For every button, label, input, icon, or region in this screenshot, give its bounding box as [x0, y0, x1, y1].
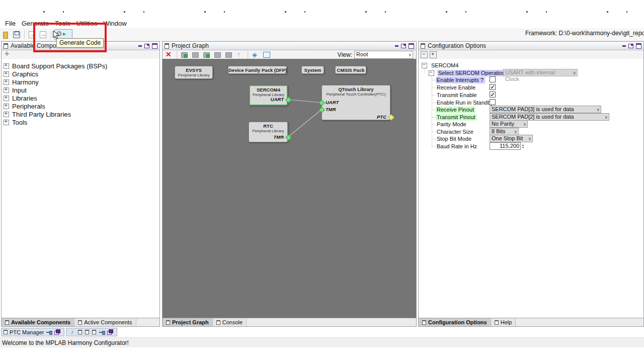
float-icon[interactable]	[401, 44, 406, 48]
maximize-icon[interactable]	[636, 43, 641, 49]
menu-item-file[interactable]: File	[2, 20, 19, 27]
node-subtitle: Peripheral Touch Controller(PTC)	[322, 92, 390, 97]
maximize-icon[interactable]	[152, 43, 157, 49]
spinner-buttons[interactable]: ▲▼	[521, 142, 525, 150]
expand-icon[interactable]	[4, 63, 9, 69]
open-icon[interactable]	[1, 30, 10, 39]
float-icon[interactable]	[144, 44, 149, 48]
tree-item[interactable]: Peripherals	[4, 102, 45, 110]
minimize-icon[interactable]	[395, 45, 398, 47]
view-dropdown[interactable]: Root ∨	[354, 51, 413, 59]
tree-item-label: Board Support Packages (BSPs)	[12, 62, 107, 70]
expand-all-icon[interactable]	[430, 51, 437, 58]
window-icon[interactable]	[85, 330, 89, 334]
tree-item[interactable]: Harmony	[4, 78, 39, 86]
graph-node-system[interactable]: System	[301, 66, 324, 74]
config-checkbox[interactable]	[490, 76, 496, 82]
window-icon[interactable]	[92, 330, 96, 334]
framework-path-label: Framework: D:\0-work\harmony-dev\git_rep…	[525, 30, 644, 37]
graph-node-sercom4[interactable]: SERCOM4Peripheral Library	[249, 85, 288, 106]
tree-item[interactable]: Graphics	[4, 70, 38, 78]
import-code-icon[interactable]	[28, 30, 37, 39]
mouse-cursor	[53, 30, 60, 40]
maximize-icon[interactable]	[409, 43, 414, 49]
project-graph-panel: Project Graph View: Root ∨ EVSYSPeripher…	[162, 41, 417, 327]
window-icon	[4, 330, 8, 334]
add-component-icon[interactable]	[4, 50, 13, 59]
minimize-icon[interactable]	[622, 45, 626, 47]
tab-label: Configuration Options	[428, 319, 487, 325]
paste-node-icon[interactable]	[202, 50, 211, 59]
panel-title: Configuration Options	[428, 42, 620, 49]
toolbar-separator	[51, 31, 51, 39]
tab-active-components[interactable]: Active Components	[74, 318, 136, 326]
tree-item[interactable]: Tools	[4, 118, 27, 126]
config-checkbox[interactable]: ✓	[490, 92, 496, 98]
graph-node-dfp[interactable]: Device Family Pack (DFP)	[228, 66, 287, 74]
pin-icon[interactable]	[46, 329, 52, 335]
tab-configuration-options[interactable]: Configuration Options	[419, 318, 491, 326]
ptc-manager-tab[interactable]: PTC Manager	[1, 328, 64, 336]
delete-icon[interactable]	[165, 50, 174, 59]
tree-item-label: Harmony	[12, 78, 39, 86]
expand-icon[interactable]	[4, 104, 9, 109]
window-icon[interactable]	[78, 330, 82, 334]
menu-item-window[interactable]: Window	[100, 20, 129, 27]
tree-item[interactable]: Libraries	[4, 94, 37, 102]
center-tab-bar: Project GraphConsole	[163, 318, 416, 326]
graph-node-cmsis[interactable]: CMSIS Pack	[335, 66, 366, 74]
float-windows-icon[interactable]	[107, 329, 114, 335]
ungroup-icon[interactable]	[224, 50, 233, 59]
float-icon[interactable]	[628, 44, 633, 48]
baud-rate-input[interactable]: 115,200	[490, 142, 521, 150]
float-windows-icon[interactable]	[54, 329, 61, 335]
node-title: SERCOM4	[250, 87, 287, 93]
tree-item[interactable]: Third Party Libraries	[4, 110, 71, 118]
project-graph-canvas[interactable]: EVSYSPeripheral LibraryDevice Family Pac…	[163, 59, 416, 318]
menu-item-tools[interactable]: Tools	[52, 20, 73, 27]
expand-icon[interactable]	[4, 87, 9, 93]
config-checkbox[interactable]	[490, 99, 496, 105]
menu-item-generate[interactable]: Generate	[19, 20, 52, 27]
export-code-icon[interactable]	[39, 30, 48, 39]
focus-icon[interactable]	[251, 50, 260, 59]
menu-item-utilities[interactable]: Utilities	[73, 20, 101, 27]
collapse-icon[interactable]	[422, 63, 427, 68]
group-icon[interactable]	[213, 50, 222, 59]
collapse-all-icon[interactable]	[421, 51, 428, 58]
move-up-icon[interactable]	[235, 50, 245, 59]
pin-icon[interactable]	[99, 329, 105, 335]
collapse-icon[interactable]	[429, 70, 434, 76]
config-select[interactable]: 8 Bits∨	[490, 128, 519, 135]
graph-node-evsys[interactable]: EVSYSPeripheral Library	[175, 66, 213, 79]
add-node-icon[interactable]	[180, 50, 189, 59]
config-select[interactable]: SERCOM PAD[3] is used for data reception…	[490, 106, 601, 113]
tab-window-icon	[495, 320, 499, 325]
tab-project-graph[interactable]: Project Graph	[163, 318, 213, 326]
save-icon[interactable]	[12, 30, 21, 39]
expand-icon[interactable]	[4, 112, 9, 117]
tab-window-icon	[166, 320, 170, 325]
tree-item[interactable]: Input	[4, 86, 27, 94]
copy-node-icon[interactable]	[191, 50, 200, 59]
expand-icon[interactable]	[4, 71, 9, 77]
tab-help[interactable]: Help	[491, 318, 516, 326]
config-select[interactable]: No Parity∨	[490, 120, 528, 128]
expand-icon[interactable]	[4, 79, 9, 85]
select-value: No Parity	[492, 121, 514, 127]
tab-available-components[interactable]: Available Components	[2, 318, 74, 326]
tab-console[interactable]: Console	[213, 318, 247, 326]
dock-controls	[66, 328, 117, 336]
config-root-row[interactable]: SERCOM4	[422, 62, 460, 69]
tree-item[interactable]: Board Support Packages (BSPs)	[4, 62, 107, 70]
config-select[interactable]: One Stop Bit∨	[490, 135, 533, 142]
generate-code-tooltip: Generate Code	[56, 38, 104, 48]
config-select[interactable]: SERCOM PAD[2] is used for data transmiss…	[490, 113, 609, 121]
expand-icon[interactable]	[4, 120, 9, 125]
snapshot-icon[interactable]	[262, 50, 271, 59]
speaker-icon[interactable]	[69, 329, 75, 335]
minimize-icon[interactable]	[138, 45, 142, 47]
expand-icon[interactable]	[4, 96, 9, 101]
tree-guide	[432, 132, 436, 132]
config-checkbox[interactable]: ✓	[490, 84, 496, 90]
